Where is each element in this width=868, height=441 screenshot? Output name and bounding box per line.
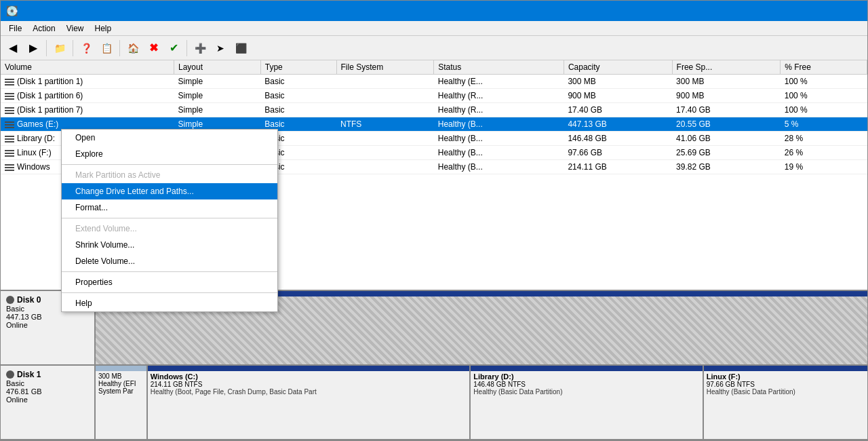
forward-button[interactable]: ▶	[24, 39, 43, 58]
menu-view[interactable]: View	[61, 22, 90, 35]
cell-free: 39.82 GB	[672, 160, 781, 174]
context-menu-item[interactable]: Delete Volume...	[62, 253, 277, 269]
cell-volume: (Disk 1 partition 1)	[1, 75, 174, 89]
volume-icon	[5, 150, 14, 157]
content-area: Volume Layout Type File System Status Ca…	[1, 60, 867, 440]
toolbar-sep-4	[186, 40, 187, 56]
context-menu-item: Mark Partition as Active	[62, 167, 277, 183]
table-row[interactable]: (Disk 1 partition 6) Simple Basic Health…	[1, 89, 867, 103]
menu-help[interactable]: Help	[90, 22, 117, 35]
volume-icon	[5, 79, 14, 85]
delete-button[interactable]: ✖	[144, 39, 163, 58]
list-button[interactable]: 📋	[97, 39, 116, 58]
volume-icon	[5, 93, 14, 100]
cell-capacity: 214.11 GB	[564, 160, 672, 174]
cell-status: Healthy (R...	[434, 103, 564, 117]
cell-layout: Simple	[174, 75, 261, 89]
volume-icon	[5, 121, 14, 128]
partition-library-name: Library (D:)	[473, 372, 699, 381]
partition-windows-header	[148, 366, 470, 371]
context-menu-separator	[62, 218, 277, 218]
cell-status: Healthy (B...	[434, 132, 564, 146]
context-menu-item[interactable]: Explore	[62, 146, 277, 162]
table-row[interactable]: (Disk 1 partition 7) Simple Basic Health…	[1, 103, 867, 117]
cell-fs	[336, 103, 434, 117]
cell-fs: NTFS	[336, 117, 434, 132]
cell-pct: 26 %	[781, 146, 867, 160]
home-button[interactable]: 🏠	[123, 39, 142, 58]
context-menu-item[interactable]: Format...	[62, 199, 277, 216]
partition-library-fs: 146.48 GB NTFS	[473, 381, 699, 388]
title-bar: 💽	[1, 1, 867, 21]
table-row[interactable]: (Disk 1 partition 1) Simple Basic Health…	[1, 75, 867, 89]
partition-library-status: Healthy (Basic Data Partition)	[473, 388, 699, 396]
partition-efi-header	[96, 366, 146, 371]
menu-file[interactable]: File	[3, 22, 27, 35]
cell-pct: 28 %	[781, 132, 867, 146]
col-filesystem[interactable]: File System	[336, 60, 434, 75]
col-volume[interactable]: Volume	[1, 60, 174, 75]
col-status[interactable]: Status	[434, 60, 564, 75]
cell-status: Healthy (R...	[434, 89, 564, 103]
context-menu-separator	[62, 292, 277, 293]
cell-status: Healthy (E...	[434, 75, 564, 89]
col-freespace[interactable]: Free Sp...	[672, 60, 781, 75]
context-menu-separator	[62, 164, 277, 165]
main-window: 💽 File Action View Help ◀ ▶ 📁 ❓ 📋 🏠 ✖ ✔ …	[0, 0, 868, 441]
disk-1-partition-windows[interactable]: Windows (C:) 214.11 GB NTFS Healthy (Boo…	[148, 366, 471, 439]
context-menu: OpenExploreMark Partition as ActiveChang…	[61, 129, 278, 312]
menu-bar: File Action View Help	[1, 21, 867, 36]
disk-1-partition-efi[interactable]: 300 MB Healthy (EFI System Par	[96, 366, 148, 439]
cell-capacity: 900 MB	[564, 89, 672, 103]
folder-button[interactable]: 📁	[50, 39, 69, 58]
arrow-button[interactable]: ➤	[211, 39, 230, 58]
cell-type: Basic	[260, 103, 336, 117]
partition-windows-name: Windows (C:)	[151, 372, 467, 381]
cell-pct: 5 %	[781, 117, 867, 132]
cell-fs	[336, 160, 434, 174]
disk-1-size: 476.81 GB	[6, 387, 89, 396]
add-button[interactable]: ➕	[191, 39, 210, 58]
col-capacity[interactable]: Capacity	[564, 60, 672, 75]
cell-layout: Simple	[174, 103, 261, 117]
cell-status: Healthy (B...	[434, 117, 564, 132]
cell-pct: 100 %	[781, 75, 867, 89]
square-button[interactable]: ⬛	[231, 39, 250, 58]
context-menu-item[interactable]: Help	[62, 295, 277, 311]
volume-icon	[5, 164, 14, 171]
context-menu-item[interactable]: Properties	[62, 274, 277, 290]
partition-windows-status: Healthy (Boot, Page File, Crash Dump, Ba…	[151, 388, 467, 396]
cell-fs	[336, 89, 434, 103]
context-menu-item[interactable]: Open	[62, 130, 277, 146]
context-menu-item[interactable]: Shrink Volume...	[62, 237, 277, 253]
partition-efi-size: 300 MB	[98, 372, 144, 380]
col-pctfree[interactable]: % Free	[781, 60, 867, 75]
help-button[interactable]: ❓	[77, 39, 96, 58]
partition-linux-fs: 97.66 GB NTFS	[707, 381, 865, 388]
cell-capacity: 17.40 GB	[564, 103, 672, 117]
col-layout[interactable]: Layout	[174, 60, 261, 75]
context-menu-item[interactable]: Change Drive Letter and Paths...	[62, 183, 277, 199]
cell-layout: Simple	[174, 89, 261, 103]
cell-free: 41.06 GB	[672, 132, 781, 146]
cell-pct: 100 %	[781, 89, 867, 103]
cell-free: 20.55 GB	[672, 117, 781, 132]
cell-fs	[336, 146, 434, 160]
cell-status: Healthy (B...	[434, 146, 564, 160]
disk-1-status: Online	[6, 396, 89, 404]
disk-1-partition-linux[interactable]: Linux (F:) 97.66 GB NTFS Healthy (Basic …	[704, 366, 867, 439]
check-button[interactable]: ✔	[164, 39, 183, 58]
disk-1-name: Disk 1	[6, 370, 89, 379]
disk-1-icon	[6, 370, 14, 379]
cell-pct: 100 %	[781, 103, 867, 117]
disk-1-partitions: 300 MB Healthy (EFI System Par Windows (…	[96, 366, 867, 439]
col-type[interactable]: Type	[260, 60, 336, 75]
partition-linux-header	[704, 366, 867, 371]
disk-1-type: Basic	[6, 379, 89, 387]
disk-area: Disk 0 Basic 447.13 GB Online	[1, 291, 867, 440]
disk-1-partition-library[interactable]: Library (D:) 146.48 GB NTFS Healthy (Bas…	[471, 366, 703, 439]
back-button[interactable]: ◀	[3, 39, 22, 58]
cell-free: 25.69 GB	[672, 146, 781, 160]
volume-icon	[5, 136, 14, 142]
menu-action[interactable]: Action	[27, 22, 60, 35]
